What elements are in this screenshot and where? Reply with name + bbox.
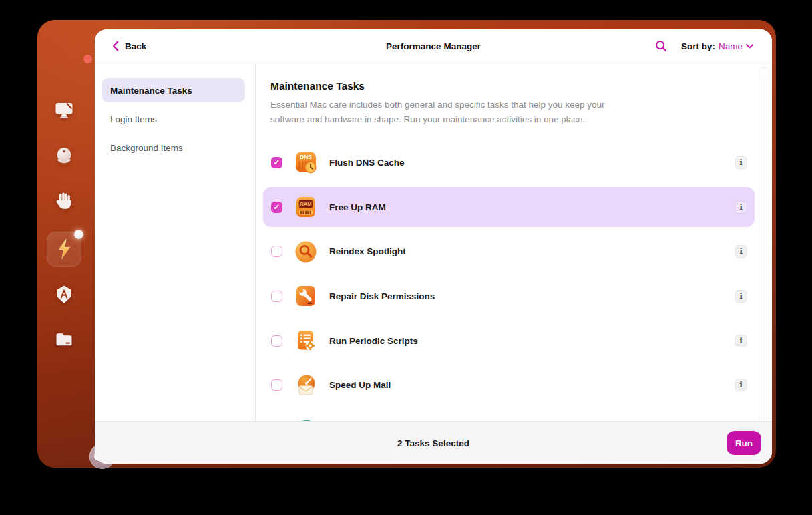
dock-item-protection-orb[interactable] bbox=[53, 146, 75, 168]
task-checkbox[interactable]: ✓ bbox=[271, 202, 282, 213]
svg-text:DNS: DNS bbox=[300, 154, 312, 160]
dns-cache-icon: DNS bbox=[294, 150, 318, 174]
info-button[interactable]: i bbox=[735, 201, 747, 214]
sort-by-control[interactable]: Sort by: Name bbox=[681, 41, 753, 51]
task-row[interactable]: Reindex Spotlight i bbox=[263, 229, 755, 274]
task-label: Free Up RAM bbox=[329, 202, 386, 212]
display-cleanup-icon bbox=[54, 100, 74, 123]
content-heading: Maintenance Tasks bbox=[270, 80, 365, 92]
task-checkbox[interactable] bbox=[271, 291, 282, 302]
traffic-close-button[interactable] bbox=[83, 55, 92, 63]
selection-status: 2 Tasks Selected bbox=[95, 422, 772, 464]
periodic-scripts-icon bbox=[294, 329, 318, 353]
task-row[interactable]: Run Periodic Scripts i bbox=[263, 319, 755, 363]
dock-item-applications[interactable] bbox=[53, 285, 75, 307]
section-nav: Maintenance TasksLogin ItemsBackground I… bbox=[95, 63, 256, 422]
reindex-spotlight-icon bbox=[294, 240, 318, 264]
header-bar: Back Performance Manager Sort by: Name bbox=[95, 29, 772, 63]
task-row[interactable]: ✓ RAM Free Up RAM i bbox=[263, 185, 755, 230]
hand-privacy-icon bbox=[54, 191, 74, 214]
dock-item-hand-privacy[interactable] bbox=[53, 191, 75, 214]
info-button[interactable]: i bbox=[735, 379, 747, 391]
footer-bar: 2 Tasks Selected Run bbox=[95, 421, 772, 464]
info-button[interactable]: i bbox=[735, 290, 747, 303]
folder-clutter-icon bbox=[54, 329, 74, 352]
task-row[interactable]: Repair Disk Permissions i bbox=[263, 274, 755, 319]
applications-icon bbox=[54, 285, 74, 307]
task-row[interactable]: Speed Up Mail i bbox=[263, 363, 755, 407]
search-icon[interactable] bbox=[654, 39, 668, 53]
info-button[interactable]: i bbox=[735, 156, 747, 169]
task-row-inner: Repair Disk Permissions i bbox=[263, 276, 755, 317]
main-panel: Back Performance Manager Sort by: Name bbox=[95, 29, 772, 464]
task-checkbox[interactable] bbox=[271, 246, 282, 257]
free-up-ram-icon: RAM bbox=[294, 195, 318, 219]
nav-item-background-items[interactable]: Background Items bbox=[102, 136, 245, 160]
task-list: ✓ DNS Flush DNS Cache i ✓ RAM Free Up RA… bbox=[263, 140, 755, 452]
notification-badge bbox=[74, 230, 83, 239]
content-area: Maintenance Tasks Essential Mac care inc… bbox=[256, 63, 772, 422]
task-row-inner: Reindex Spotlight i bbox=[263, 231, 755, 272]
task-row[interactable]: ✓ DNS Flush DNS Cache i bbox=[263, 140, 755, 185]
protection-orb-icon bbox=[54, 146, 74, 168]
repair-disk-icon bbox=[294, 284, 318, 308]
task-row-inner: Run Periodic Scripts i bbox=[263, 321, 755, 361]
task-row-inner: Speed Up Mail i bbox=[263, 365, 755, 405]
sort-by-label: Sort by: bbox=[681, 41, 715, 51]
header-actions: Sort by: Name bbox=[654, 29, 753, 63]
dock-item-folder-clutter[interactable] bbox=[53, 329, 75, 352]
dock-item-lightning-performance[interactable] bbox=[47, 232, 81, 267]
dock-item-display-cleanup[interactable] bbox=[53, 100, 75, 123]
task-row-inner: ✓ DNS Flush DNS Cache i bbox=[263, 142, 755, 183]
scrollbar[interactable] bbox=[759, 67, 769, 426]
info-button[interactable]: i bbox=[735, 245, 747, 258]
task-label: Repair Disk Permissions bbox=[329, 291, 435, 301]
content-description: Essential Mac care includes both general… bbox=[270, 98, 612, 127]
nav-item-login-items[interactable]: Login Items bbox=[102, 107, 245, 131]
task-checkbox[interactable] bbox=[271, 379, 282, 391]
app-window: Back Performance Manager Sort by: Name bbox=[37, 20, 776, 468]
sort-by-value: Name bbox=[719, 41, 743, 51]
panel-body: Maintenance TasksLogin ItemsBackground I… bbox=[95, 63, 772, 422]
nav-item-maintenance-tasks[interactable]: Maintenance Tasks bbox=[102, 78, 245, 102]
chevron-down-icon bbox=[746, 44, 753, 49]
task-label: Run Periodic Scripts bbox=[329, 336, 418, 346]
speed-up-mail-icon bbox=[294, 373, 318, 397]
task-checkbox[interactable] bbox=[271, 335, 282, 347]
task-checkbox[interactable]: ✓ bbox=[271, 157, 282, 168]
task-label: Reindex Spotlight bbox=[329, 246, 406, 256]
screen: Back Performance Manager Sort by: Name bbox=[0, 0, 812, 515]
task-label: Flush DNS Cache bbox=[329, 158, 405, 168]
task-label: Speed Up Mail bbox=[329, 380, 391, 390]
run-button[interactable]: Run bbox=[727, 431, 761, 455]
info-button[interactable]: i bbox=[735, 335, 747, 347]
task-row-inner: ✓ RAM Free Up RAM i bbox=[263, 187, 755, 228]
svg-text:RAM: RAM bbox=[300, 201, 311, 207]
